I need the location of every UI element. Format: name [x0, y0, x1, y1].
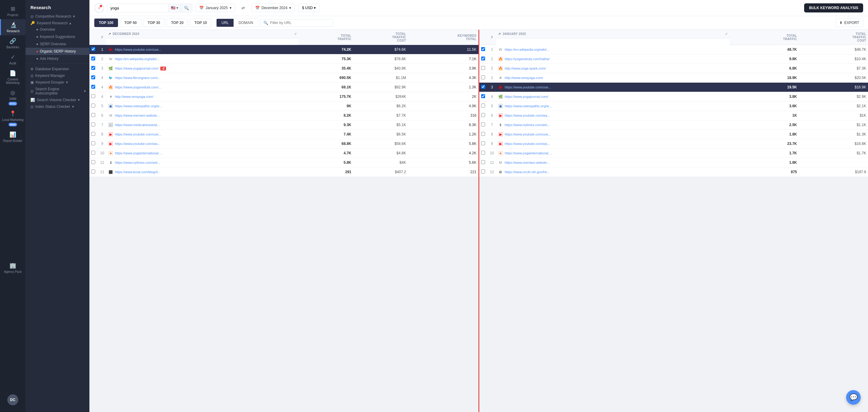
- row-checkbox[interactable]: [481, 57, 485, 61]
- row-checkbox[interactable]: [91, 132, 95, 136]
- trend-icon-right[interactable]: ↗: [498, 32, 501, 36]
- sidebar-item-research[interactable]: 🔬 Research: [0, 19, 26, 35]
- url-text[interactable]: https://www.youtube.com/wa...: [505, 114, 550, 117]
- sidebar-item-local[interactable]: 📍 Local Marketing New: [0, 108, 26, 129]
- url-text[interactable]: https://www.nytimes.com/arti...: [115, 161, 160, 164]
- expand-col-right[interactable]: ⤢: [725, 32, 727, 36]
- url-text[interactable]: https://www.osteopathic.org/what-...: [505, 104, 554, 108]
- nav-item-serp-overview[interactable]: SERP Overview: [26, 40, 89, 48]
- bulk-keyword-button[interactable]: BULK KEYWORD ANALYSIS: [804, 3, 863, 12]
- chat-button[interactable]: 💬: [846, 390, 861, 405]
- sidebar-item-smm[interactable]: ◎ SMM Beta: [0, 87, 26, 108]
- url-text[interactable]: https://www.merriam-webste...: [115, 114, 160, 117]
- add-keyword-button[interactable]: +: [94, 3, 104, 13]
- expand-col-left[interactable]: ⤢: [294, 32, 297, 36]
- sidebar-item-backlinks[interactable]: 🔗 Backlinks: [0, 35, 26, 52]
- row-checkbox[interactable]: [481, 123, 485, 127]
- url-text[interactable]: https://www.youtube.com/use...: [505, 133, 551, 136]
- url-text[interactable]: http://www.verayoga.com/: [505, 76, 543, 79]
- url-text[interactable]: https://www.merriam-webste...: [505, 161, 550, 164]
- nav-group-competitive[interactable]: ◎ Competitive Research ▾: [26, 12, 89, 19]
- nav-item-overview[interactable]: Overview: [26, 26, 89, 33]
- row-checkbox[interactable]: [91, 160, 95, 164]
- row-checkbox[interactable]: [481, 113, 485, 117]
- sidebar-item-content[interactable]: 📄 Content Marketing: [0, 67, 26, 87]
- url-text[interactable]: http://www.verayoga.com/: [115, 95, 153, 98]
- filter-tab-top30[interactable]: TOP 30: [143, 19, 165, 27]
- nav-item-organic-serp[interactable]: Organic SERP History: [26, 48, 89, 55]
- url-text[interactable]: http://www.yoga-spark.com/: [505, 67, 546, 70]
- row-checkbox[interactable]: [91, 123, 95, 127]
- url-text[interactable]: https://www.osteopathic.org/what-...: [115, 104, 164, 108]
- sidebar-item-audit[interactable]: ✓ Audit: [0, 52, 26, 67]
- url-text[interactable]: https://www.yogajournal.com/: [115, 67, 158, 70]
- row-checkbox[interactable]: [481, 160, 485, 164]
- filter-tab-top20[interactable]: TOP 20: [166, 19, 188, 27]
- row-checkbox[interactable]: [481, 94, 485, 98]
- url-text[interactable]: https://www.nytimes.com/arti...: [505, 123, 550, 127]
- row-checkbox[interactable]: [481, 75, 485, 79]
- nav-item-ads-history[interactable]: Ads History: [26, 55, 89, 62]
- sidebar-item-agency[interactable]: 🏢 Agency Pack: [0, 260, 26, 276]
- url-text[interactable]: https://www.youtube.com/use...: [115, 48, 161, 52]
- search-button[interactable]: 🔍: [181, 4, 192, 12]
- nav-group-sv-checker[interactable]: 📊 Search Volume Checker ▾: [26, 96, 89, 103]
- url-text[interactable]: https://www.youtube.com/use...: [505, 85, 551, 89]
- filter-tab-top50[interactable]: TOP 50: [120, 19, 142, 27]
- filter-input[interactable]: [270, 21, 330, 25]
- url-text[interactable]: https://en.wikipedia.org/wiki/...: [115, 57, 159, 61]
- url-text[interactable]: https://yoganebula.com/hatha/: [505, 57, 550, 61]
- url-text[interactable]: https://www.youtube.com/wa...: [115, 142, 160, 145]
- url-text[interactable]: https://www.youtube.com/use...: [115, 133, 161, 136]
- row-checkbox[interactable]: [481, 141, 485, 145]
- row-checkbox[interactable]: [91, 104, 95, 108]
- avatar[interactable]: DC: [7, 394, 18, 405]
- url-text[interactable]: https://www.yogajournal.com/: [505, 95, 548, 98]
- url-text[interactable]: https://en.wikipedia.org/wiki/...: [505, 48, 549, 52]
- row-checkbox[interactable]: [91, 170, 95, 173]
- url-text[interactable]: https://www.nccih.nih.gov/he...: [505, 170, 550, 174]
- date-left-picker[interactable]: 📅 January 2025 ▾: [195, 4, 236, 12]
- url-text[interactable]: https://www.yoganebula.com/hatha/: [115, 85, 164, 89]
- flag-selector[interactable]: 🇺🇸 ▾: [168, 4, 181, 12]
- row-checkbox[interactable]: [481, 104, 485, 108]
- row-checkbox[interactable]: [481, 132, 485, 136]
- url-text[interactable]: https://www.youtube.com/wa...: [505, 142, 550, 145]
- row-checkbox[interactable]: [481, 151, 485, 154]
- filter-tab-top10[interactable]: TOP 10: [190, 19, 211, 27]
- row-checkbox[interactable]: [91, 151, 95, 154]
- row-checkbox[interactable]: [91, 85, 95, 89]
- swap-dates-button[interactable]: ⇄: [239, 3, 248, 13]
- filter-tab-top100[interactable]: TOP 100: [94, 19, 118, 27]
- row-checkbox[interactable]: [481, 47, 485, 51]
- url-text[interactable]: https://www.yogainternational.com/: [505, 151, 554, 155]
- search-input[interactable]: [107, 4, 168, 12]
- nav-group-index-checker[interactable]: ◎ Index Status Checker ▾: [26, 103, 89, 109]
- row-checkbox[interactable]: [91, 94, 95, 98]
- row-checkbox[interactable]: [91, 47, 95, 51]
- date-right-picker[interactable]: 📅 December 2024 ▾: [251, 4, 295, 12]
- trend-icon-left[interactable]: ↗: [108, 32, 111, 36]
- row-checkbox[interactable]: [481, 66, 485, 70]
- url-text[interactable]: https://www.fiercegrace.com/...: [115, 76, 161, 79]
- nav-group-kw-grouper[interactable]: ▣ Keyword Grouper ▾: [26, 78, 89, 85]
- row-checkbox[interactable]: [91, 66, 95, 70]
- url-button[interactable]: URL: [217, 19, 234, 27]
- sidebar-item-projects[interactable]: ⊞ Projects: [0, 3, 26, 19]
- row-checkbox[interactable]: [91, 57, 95, 61]
- nav-group-database[interactable]: ⊕ Database Expansion: [26, 65, 89, 72]
- nav-group-autocomplete[interactable]: ◎ Search Engine Autocomplete ▾: [26, 85, 89, 96]
- url-text[interactable]: https://www.tonal.com/blog/d...: [115, 170, 160, 174]
- row-checkbox[interactable]: [91, 141, 95, 145]
- nav-group-keyword[interactable]: 🔑 Keyword Research ▴: [26, 19, 89, 26]
- url-text[interactable]: https://www.medicalnewstod...: [115, 123, 160, 127]
- currency-selector[interactable]: $ USD ▾: [298, 4, 320, 12]
- row-checkbox[interactable]: [481, 85, 485, 89]
- url-text[interactable]: https://www.yogainternational.com/: [115, 151, 164, 155]
- export-button[interactable]: ⬆ EXPORT: [835, 19, 863, 27]
- sidebar-item-report[interactable]: 📊 Report Builder: [0, 129, 26, 145]
- nav-group-kw-manager[interactable]: ◎ Keyword Manager: [26, 72, 89, 78]
- row-checkbox[interactable]: [91, 75, 95, 79]
- nav-item-suggestions[interactable]: Keyword Suggestions: [26, 33, 89, 40]
- domain-button[interactable]: DOMAIN: [234, 19, 258, 27]
